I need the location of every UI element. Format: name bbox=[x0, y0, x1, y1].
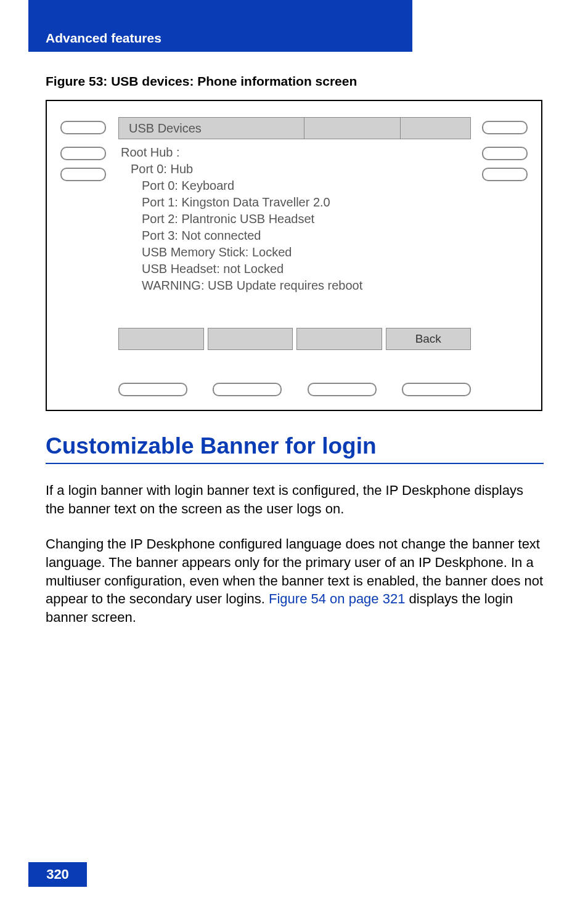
figure-box: USB Devices Root Hub : Port 0: Hub Port … bbox=[46, 100, 542, 411]
screen-title-spacer bbox=[304, 117, 401, 139]
figure-caption: Figure 53: USB devices: Phone informatio… bbox=[46, 74, 544, 89]
screen-line: Port 0: Hub bbox=[121, 161, 471, 177]
screen-line: Port 1: Kingston Data Traveller 2.0 bbox=[121, 194, 471, 211]
softkey-2[interactable] bbox=[208, 328, 293, 350]
phone-key-left-2 bbox=[60, 147, 106, 160]
screen-title-spacer bbox=[401, 117, 471, 139]
header-bar: Advanced features bbox=[28, 25, 412, 52]
phone-key-left-3 bbox=[60, 168, 106, 181]
figure-cross-reference-link[interactable]: Figure 54 on page 321 bbox=[269, 591, 405, 606]
screen-line: Root Hub : bbox=[121, 144, 471, 161]
screen-title-bar: USB Devices bbox=[118, 117, 471, 139]
softkey-back[interactable]: Back bbox=[386, 328, 472, 350]
softkey-3[interactable] bbox=[296, 328, 382, 350]
screen-body: Root Hub : Port 0: Hub Port 0: Keyboard … bbox=[118, 139, 471, 328]
phone-key-bottom-2 bbox=[213, 383, 282, 396]
screen-line: USB Headset: not Locked bbox=[121, 261, 471, 277]
screen-line: Port 3: Not connected bbox=[121, 227, 471, 244]
page-number-box: 320 bbox=[28, 862, 87, 887]
softkey-1[interactable] bbox=[118, 328, 204, 350]
screen-title: USB Devices bbox=[118, 117, 304, 139]
phone-key-right-2 bbox=[482, 147, 528, 160]
phone-key-right-3 bbox=[482, 168, 528, 181]
section-heading: Customizable Banner for login bbox=[46, 433, 544, 464]
phone-key-right-1 bbox=[482, 121, 528, 134]
phone-key-left-1 bbox=[60, 121, 106, 134]
softkey-row: Back bbox=[118, 328, 471, 350]
bottom-phone-keys bbox=[118, 383, 471, 396]
screen-line: Port 2: Plantronic USB Headset bbox=[121, 211, 471, 227]
top-accent-bar bbox=[28, 0, 412, 25]
screen-line: USB Memory Stick: Locked bbox=[121, 244, 471, 261]
phone-screen: USB Devices Root Hub : Port 0: Hub Port … bbox=[118, 117, 471, 370]
body-paragraph-2: Changing the IP Deskphone configured lan… bbox=[46, 535, 544, 626]
body-paragraph-1: If a login banner with login banner text… bbox=[46, 481, 544, 518]
header-title: Advanced features bbox=[46, 31, 161, 46]
screen-line: Port 0: Keyboard bbox=[121, 177, 471, 194]
screen-line: WARNING: USB Update requires reboot bbox=[121, 277, 471, 294]
phone-key-bottom-4 bbox=[402, 383, 471, 396]
phone-key-bottom-1 bbox=[118, 383, 187, 396]
phone-key-bottom-3 bbox=[308, 383, 377, 396]
page-content: Figure 53: USB devices: Phone informatio… bbox=[46, 74, 544, 627]
page-number: 320 bbox=[46, 866, 69, 883]
